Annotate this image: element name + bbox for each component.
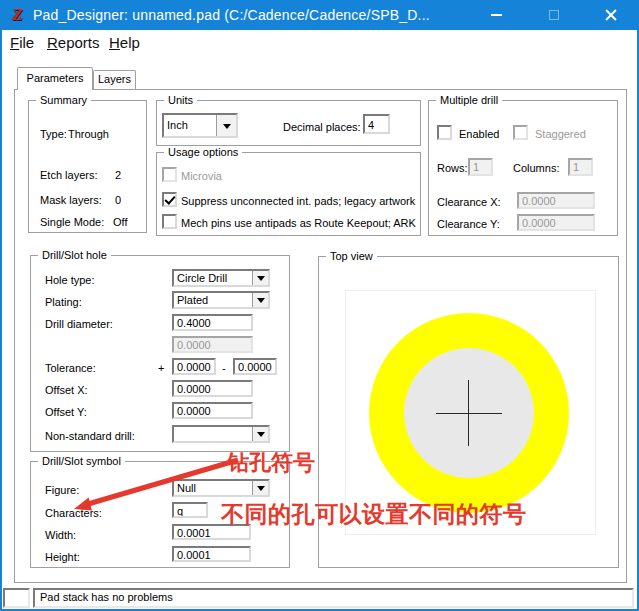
pad-designer-window: Z Pad_Designer: unnamed.pad (C:/Cadence/…	[0, 0, 639, 611]
decimal-places-label: Decimal places:	[283, 121, 361, 133]
figure-label: Figure:	[45, 484, 79, 496]
microvia-checkbox	[162, 167, 177, 182]
offset-y-field[interactable]: 0.0000	[172, 402, 253, 419]
md-clearance-y-label: Clearance Y:	[437, 218, 500, 230]
symbol-width-label: Width:	[45, 529, 76, 541]
drill-diameter-label: Drill diameter:	[45, 318, 113, 330]
usage-options-group-title: Usage options	[164, 146, 242, 159]
summary-mask-label: Mask layers:	[40, 194, 102, 206]
figure-select[interactable]: Null	[172, 479, 270, 497]
non-standard-drill-label: Non-standard drill:	[45, 430, 135, 442]
chevron-down-icon	[223, 124, 231, 133]
mech-pins-checkbox[interactable]	[162, 214, 177, 229]
maximize-button[interactable]	[525, 0, 582, 30]
md-clearance-x-label: Clearance X:	[437, 196, 501, 208]
offset-x-field[interactable]: 0.0000	[172, 380, 253, 397]
md-clearance-y-field: 0.0000	[517, 214, 595, 231]
chevron-down-icon	[257, 432, 265, 441]
md-columns-field: 1	[568, 158, 593, 176]
chevron-down-icon	[257, 486, 265, 495]
characters-label: Characters:	[45, 507, 102, 519]
md-staggered-checkbox	[513, 125, 528, 140]
tolerance-minus-sign: -	[222, 362, 226, 374]
tolerance-plus-field[interactable]: 0.0000	[172, 358, 216, 375]
units-group-title: Units	[164, 94, 197, 107]
md-enabled-checkbox[interactable]	[437, 125, 452, 140]
characters-field[interactable]: q	[172, 502, 208, 518]
hole-type-select-button[interactable]	[252, 271, 268, 285]
summary-mode-label: Single Mode:	[40, 216, 104, 228]
multiple-drill-group-title: Multiple drill	[436, 94, 502, 107]
status-bar-cell	[3, 588, 30, 608]
symbol-height-field[interactable]: 0.0001	[172, 546, 251, 562]
figure-value: Null	[177, 482, 196, 494]
status-bar-message-cell: Pad stack has no problems	[33, 588, 634, 608]
menu-bar: File Reports Help	[0, 30, 639, 57]
summary-etch-label: Etch layers:	[40, 169, 97, 181]
figure-select-button[interactable]	[252, 481, 268, 495]
drill-slot-symbol-group-title: Drill/Slot symbol	[38, 455, 125, 468]
symbol-height-label: Height:	[45, 551, 80, 563]
plating-value: Plated	[177, 294, 208, 306]
mech-pins-label: Mech pins use antipads as Route Keepout;…	[181, 217, 416, 229]
md-enabled-label: Enabled	[459, 128, 499, 140]
md-rows-field: 1	[468, 158, 493, 176]
chevron-down-icon	[257, 276, 265, 285]
plating-label: Plating:	[45, 296, 82, 308]
summary-group-title: Summary	[36, 94, 91, 107]
chevron-down-icon	[257, 298, 265, 307]
units-select-button[interactable]	[216, 115, 236, 136]
summary-type-value: Through	[68, 128, 109, 140]
annotation-different-holes: 不同的孔可以设置不同的符号	[221, 501, 527, 527]
non-standard-drill-select[interactable]	[172, 425, 270, 443]
hole-type-label: Hole type:	[45, 274, 95, 286]
close-button[interactable]	[582, 0, 639, 30]
plating-select[interactable]: Plated	[172, 291, 270, 309]
tolerance-minus-field[interactable]: 0.0000	[233, 358, 277, 375]
summary-mask-value: 0	[115, 194, 121, 206]
drill-diameter-secondary-field: 0.0000	[172, 336, 253, 353]
minimize-button[interactable]	[468, 0, 525, 30]
tab-parameters[interactable]: Parameters	[17, 67, 93, 90]
minimize-icon	[491, 14, 502, 16]
units-selected-value: Inch	[167, 119, 188, 131]
decimal-places-field[interactable]: 4	[363, 114, 390, 134]
md-clearance-x-field: 0.0000	[517, 192, 595, 209]
drill-diameter-field[interactable]: 0.4000	[172, 314, 253, 331]
status-message: Pad stack has no problems	[35, 590, 632, 605]
offset-x-label: Offset X:	[45, 384, 88, 396]
crosshair-icon	[436, 413, 502, 414]
menu-file[interactable]: File	[8, 30, 36, 57]
suppress-unconnected-checkbox[interactable]	[162, 192, 177, 207]
md-staggered-label: Staggered	[535, 128, 586, 140]
units-select[interactable]: Inch	[162, 113, 238, 138]
summary-mode-value: Off	[113, 216, 127, 228]
non-standard-drill-select-button[interactable]	[252, 427, 268, 441]
tab-layers[interactable]: Layers	[93, 70, 136, 89]
microvia-label: Microvia	[181, 170, 222, 182]
tolerance-label: Tolerance:	[45, 362, 96, 374]
summary-etch-value: 2	[115, 169, 121, 181]
window-title: Pad_Designer: unnamed.pad (C:/Cadence/Ca…	[33, 7, 430, 23]
md-rows-label: Rows:	[437, 162, 468, 174]
md-columns-label: Columns:	[513, 162, 559, 174]
crosshair-icon	[468, 380, 469, 446]
tolerance-plus-sign: +	[158, 362, 164, 374]
close-icon	[604, 8, 618, 22]
summary-type-label: Type:	[40, 128, 67, 140]
plating-select-button[interactable]	[252, 293, 268, 307]
maximize-icon	[549, 10, 559, 20]
hole-type-value: Circle Drill	[177, 272, 227, 284]
hole-type-select[interactable]: Circle Drill	[172, 269, 270, 287]
menu-help[interactable]: Help	[107, 30, 142, 57]
menu-reports[interactable]: Reports	[45, 30, 102, 57]
top-view-group-title: Top view	[326, 250, 377, 263]
titlebar[interactable]: Z Pad_Designer: unnamed.pad (C:/Cadence/…	[0, 0, 639, 30]
annotation-drill-symbol: 钻孔符号	[227, 451, 315, 475]
offset-y-label: Offset Y:	[45, 406, 87, 418]
app-icon: Z	[9, 7, 26, 24]
suppress-unconnected-label: Suppress unconnected int. pads; legacy a…	[181, 195, 415, 207]
summary-group: Summary	[28, 100, 147, 233]
drill-slot-hole-group-title: Drill/Slot hole	[38, 249, 111, 262]
